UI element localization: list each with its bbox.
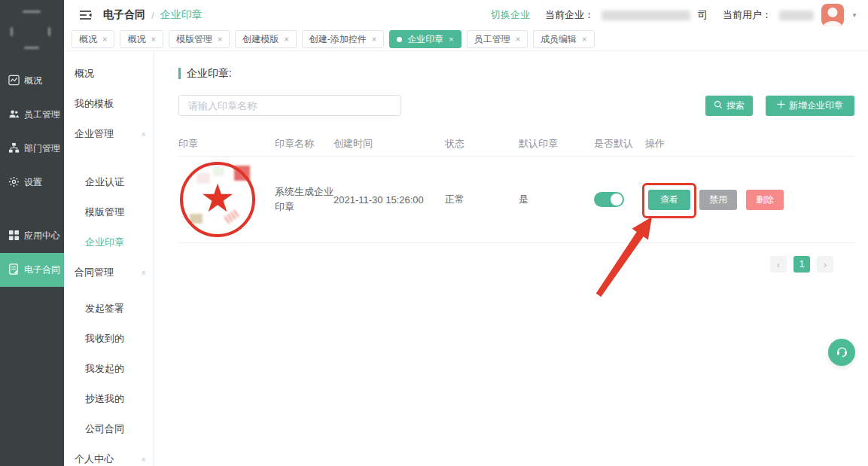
switch-company-link[interactable]: 切换企业 xyxy=(491,8,530,22)
submenu-item-company-management[interactable]: 企业管理∧ xyxy=(64,119,154,149)
tab-company-seal[interactable]: 企业印章× xyxy=(389,30,461,48)
sidebar-item-e-contract[interactable]: 电子合同 xyxy=(0,253,64,287)
tab-staff-management[interactable]: 员工管理× xyxy=(467,30,528,48)
active-tab-dot-icon xyxy=(397,37,402,42)
tab-label: 企业印章 xyxy=(407,33,443,46)
close-icon[interactable]: × xyxy=(372,35,376,44)
breadcrumb-app-title: 电子合同 xyxy=(103,8,145,22)
sidebar-item-staff-management[interactable]: 员工管理 xyxy=(0,98,64,132)
chart-icon xyxy=(8,75,20,88)
logo-redacted-mark xyxy=(24,47,39,49)
search-icon xyxy=(714,100,723,111)
tab-create-template[interactable]: 创建模版× xyxy=(235,30,296,48)
customer-support-button[interactable] xyxy=(828,339,855,366)
submenu-item-personal-center[interactable]: 个人中心∧ xyxy=(64,444,154,466)
view-button[interactable]: 查看 xyxy=(648,190,690,210)
col-header-actions: 操作 xyxy=(645,137,854,151)
tab-member-edit[interactable]: 成员编辑× xyxy=(533,30,594,48)
red-highlight-box: 查看 xyxy=(648,190,690,210)
delete-button[interactable]: 删除 xyxy=(746,190,784,210)
user-name-redacted xyxy=(779,11,814,20)
org-icon xyxy=(8,142,20,156)
seal-name-cell: 系统生成企业印章 xyxy=(275,184,333,215)
seal-name-search-input[interactable] xyxy=(178,95,401,116)
col-header-is-default: 是否默认 xyxy=(594,137,645,151)
submenu-label: 模版管理 xyxy=(85,206,124,219)
close-icon[interactable]: × xyxy=(151,35,155,44)
submenu-item-my-templates[interactable]: 我的模板 xyxy=(64,89,154,119)
close-icon[interactable]: × xyxy=(449,35,453,44)
submenu-item-company-seal[interactable]: 企业印章 xyxy=(64,227,154,257)
tab-label: 概况 xyxy=(127,33,145,46)
sidebar-item-department-management[interactable]: 部门管理 xyxy=(0,132,64,166)
app-main-area: 电子合同 / 企业印章 切换企业 当前企业： 司 当前用户： ▼ 概况× 概况×… xyxy=(64,0,868,466)
collapse-menu-icon[interactable] xyxy=(79,10,93,20)
submenu-label: 企业认证 xyxy=(85,175,124,189)
current-user-label: 当前用户： xyxy=(723,8,772,22)
seal-table: 印章 印章名称 创建时间 状态 默认印章 是否默认 操作 xyxy=(178,131,854,243)
is-default-toggle[interactable] xyxy=(594,192,624,207)
close-icon[interactable]: × xyxy=(102,35,107,44)
tab-overview-1[interactable]: 概况× xyxy=(72,30,114,48)
company-seal-image: ★ xyxy=(178,160,257,239)
close-icon[interactable]: × xyxy=(516,35,520,44)
col-header-default-seal: 默认印章 xyxy=(519,137,594,151)
sidebar-item-app-center[interactable]: 应用中心 xyxy=(0,219,64,253)
search-toolbar: 搜索 新增企业印章 xyxy=(178,95,854,116)
add-button-label: 新增企业印章 xyxy=(789,99,843,112)
user-avatar[interactable] xyxy=(821,4,844,26)
submenu-item-overview[interactable]: 概况 xyxy=(64,59,154,89)
disable-button[interactable]: 禁用 xyxy=(699,190,737,210)
search-button[interactable]: 搜索 xyxy=(705,96,753,116)
sidebar-item-overview[interactable]: 概况 xyxy=(0,64,64,98)
close-icon[interactable]: × xyxy=(218,35,222,44)
contract-icon xyxy=(8,263,20,277)
tab-label: 概况 xyxy=(79,33,97,46)
company-name-redacted xyxy=(602,11,690,20)
breadcrumb-current-page: 企业印章 xyxy=(160,8,203,22)
users-icon xyxy=(8,108,20,122)
close-icon[interactable]: × xyxy=(582,35,586,44)
page-1-button[interactable]: 1 xyxy=(793,256,810,273)
submenu-label: 概况 xyxy=(75,67,94,81)
close-icon[interactable]: × xyxy=(284,35,288,44)
logo-redacted-mark xyxy=(23,11,41,13)
plus-icon xyxy=(777,100,785,111)
current-company-label: 当前企业： xyxy=(545,8,594,22)
submenu-item-company-contracts[interactable]: 公司合同 xyxy=(64,414,154,444)
prev-page-button[interactable]: ‹ xyxy=(770,256,787,273)
created-time-cell: 2021-11-30 15:26:00 xyxy=(333,194,445,206)
submenu-item-initiate-sign[interactable]: 发起签署 xyxy=(64,294,154,324)
submenu-label: 我发起的 xyxy=(85,362,124,376)
default-seal-cell: 是 xyxy=(519,193,594,206)
company-name-suffix: 司 xyxy=(698,8,708,22)
submenu-item-received[interactable]: 我收到的 xyxy=(64,324,154,354)
submenu-label: 我收到的 xyxy=(85,332,124,346)
col-header-created: 创建时间 xyxy=(333,137,445,151)
sidebar-item-settings[interactable]: 设置 xyxy=(0,166,64,199)
col-header-status: 状态 xyxy=(445,137,519,151)
submenu-label: 公司合同 xyxy=(85,422,124,436)
add-company-seal-button[interactable]: 新增企业印章 xyxy=(766,96,854,116)
breadcrumb-separator: / xyxy=(151,10,154,21)
submenu-label: 个人中心 xyxy=(75,452,114,466)
user-menu-caret-icon[interactable]: ▼ xyxy=(851,12,857,19)
submenu-item-template-management[interactable]: 模版管理 xyxy=(64,197,154,227)
col-header-seal-name: 印章名称 xyxy=(275,136,333,151)
submenu-item-company-auth[interactable]: 企业认证 xyxy=(64,167,154,197)
toggle-knob xyxy=(611,193,623,206)
submenu-item-cc-me[interactable]: 抄送我的 xyxy=(64,384,154,414)
tab-template-management[interactable]: 模版管理× xyxy=(169,30,230,48)
submenu-item-contract-management[interactable]: 合同管理∧ xyxy=(64,257,154,288)
status-cell: 正常 xyxy=(445,193,519,206)
submenu-item-initiated[interactable]: 我发起的 xyxy=(64,354,154,384)
sidebar-item-label: 应用中心 xyxy=(24,230,60,242)
row-actions: 查看 禁用 删除 xyxy=(645,190,854,210)
pagination: ‹ 1 › xyxy=(154,256,833,273)
submenu-label: 我的模板 xyxy=(75,97,114,111)
tab-overview-2[interactable]: 概况× xyxy=(120,30,163,48)
next-page-button[interactable]: › xyxy=(817,256,833,273)
tab-create-add-controls[interactable]: 创建-添加控件× xyxy=(302,30,384,48)
primary-sidebar: 概况 员工管理 部门管理 设置 应用中心 电子合同 xyxy=(0,0,64,466)
chevron-up-icon: ∧ xyxy=(141,455,146,463)
